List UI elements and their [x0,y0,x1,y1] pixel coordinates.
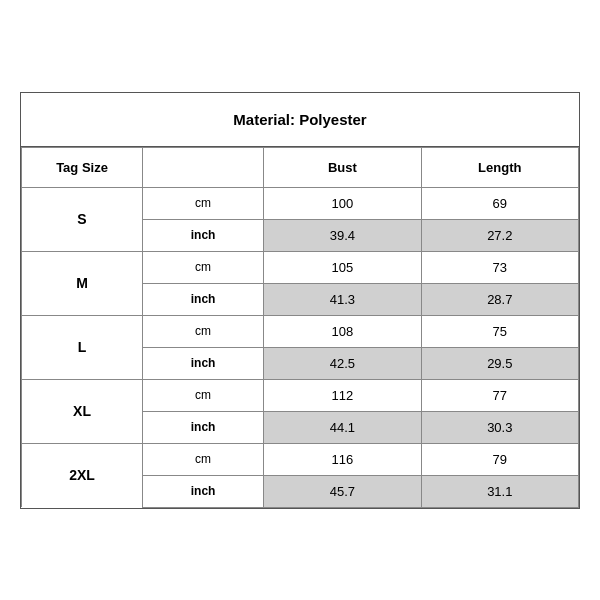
header-length: Length [421,147,578,187]
bust-cm-value: 108 [264,315,421,347]
length-cm-value: 75 [421,315,578,347]
unit-cm-cell: cm [143,379,264,411]
bust-cm-value: 116 [264,443,421,475]
tag-size-cell: S [22,187,143,251]
length-inch-value: 27.2 [421,219,578,251]
length-cm-value: 77 [421,379,578,411]
unit-inch-cell: inch [143,411,264,443]
header-tag-size: Tag Size [22,147,143,187]
table-title: Material: Polyester [21,93,579,147]
table-row: XLcm11277 [22,379,579,411]
table-row: Lcm10875 [22,315,579,347]
bust-inch-value: 42.5 [264,347,421,379]
bust-inch-value: 45.7 [264,475,421,507]
unit-inch-cell: inch [143,347,264,379]
tag-size-cell: 2XL [22,443,143,507]
unit-cm-cell: cm [143,251,264,283]
table-row: 2XLcm11679 [22,443,579,475]
table-row: Scm10069 [22,187,579,219]
unit-inch-cell: inch [143,475,264,507]
unit-inch-cell: inch [143,219,264,251]
tag-size-cell: L [22,315,143,379]
bust-cm-value: 112 [264,379,421,411]
bust-inch-value: 44.1 [264,411,421,443]
length-cm-value: 69 [421,187,578,219]
length-inch-value: 28.7 [421,283,578,315]
unit-cm-cell: cm [143,315,264,347]
tag-size-cell: M [22,251,143,315]
length-cm-value: 73 [421,251,578,283]
header-bust: Bust [264,147,421,187]
length-inch-value: 30.3 [421,411,578,443]
length-inch-value: 31.1 [421,475,578,507]
bust-inch-value: 39.4 [264,219,421,251]
header-unit-placeholder [143,147,264,187]
size-chart-wrapper: Material: Polyester Tag Size Bust Length… [20,92,580,509]
unit-cm-cell: cm [143,187,264,219]
length-cm-value: 79 [421,443,578,475]
tag-size-cell: XL [22,379,143,443]
table-row: Mcm10573 [22,251,579,283]
bust-inch-value: 41.3 [264,283,421,315]
bust-cm-value: 105 [264,251,421,283]
bust-cm-value: 100 [264,187,421,219]
unit-cm-cell: cm [143,443,264,475]
size-table: Tag Size Bust Length Scm10069inch39.427.… [21,147,579,508]
unit-inch-cell: inch [143,283,264,315]
length-inch-value: 29.5 [421,347,578,379]
